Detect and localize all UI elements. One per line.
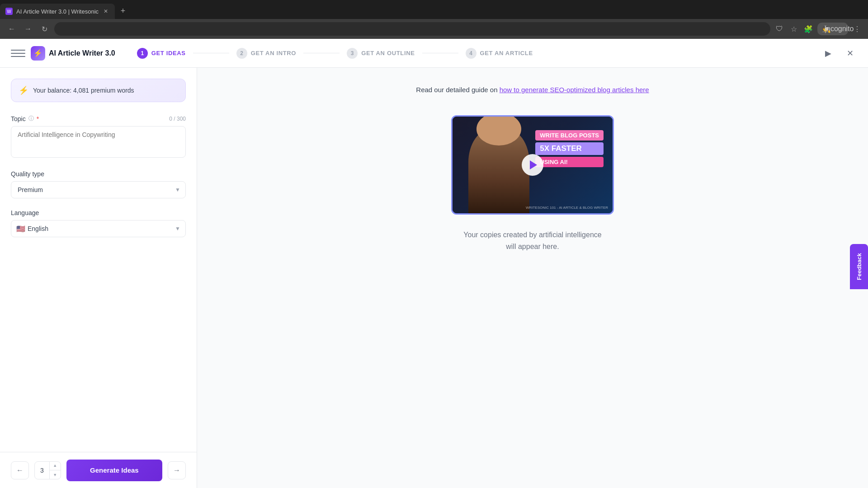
step-3-label: GET AN OUTLINE	[361, 50, 415, 56]
app-header: ⚡ AI Article Writer 3.0 1 GET IDEAS 2	[0, 39, 868, 68]
step-3[interactable]: 3 GET AN OUTLINE	[340, 48, 422, 59]
step-1-number: 1	[137, 48, 148, 59]
active-tab[interactable]: W AI Article Writer 3.0 | Writesonic ✕	[0, 4, 115, 19]
video-text-line3: USING AI!	[535, 157, 604, 167]
language-label-row: Language	[11, 209, 186, 216]
step-divider-3	[422, 53, 458, 53]
step-divider-1	[193, 53, 229, 53]
quality-label-row: Quality type	[11, 170, 186, 178]
feedback-tab[interactable]: Feedback	[850, 244, 868, 289]
app-wrapper: ⚡ AI Article Writer 3.0 1 GET IDEAS 2	[0, 39, 868, 488]
incognito-label: Incognito	[834, 23, 844, 34]
guide-link[interactable]: how to generate SEO-optimized blog artic…	[500, 86, 649, 94]
balance-icon: ⚡	[19, 85, 28, 95]
language-select[interactable]: English Spanish French German	[11, 220, 186, 237]
step-divider-2	[303, 53, 340, 53]
step-4[interactable]: 4 GET AN ARTICLE	[458, 48, 540, 59]
shield-icon: 🛡	[774, 23, 785, 34]
forward-button[interactable]: →	[22, 23, 34, 35]
copies-text: Your copies created by artificial intell…	[463, 229, 601, 252]
quality-label: Quality type	[11, 170, 44, 178]
topic-required: *	[37, 115, 39, 122]
page-number-value: 3	[35, 467, 49, 474]
video-text-overlay: WRITE BLOG POSTS 5X FASTER USING AI!	[535, 130, 604, 167]
prev-arrow-button[interactable]: ←	[11, 461, 29, 479]
page-decrement-btn[interactable]: ▼	[50, 470, 61, 479]
step-1[interactable]: 1 GET IDEAS	[130, 48, 193, 59]
bookmark-icon[interactable]: ☆	[788, 23, 799, 34]
video-container[interactable]: WRITE BLOG POSTS 5X FASTER USING AI! WRI…	[451, 115, 614, 215]
tab-title: AI Article Writer 3.0 | Writesonic	[16, 8, 99, 15]
tab-close-btn[interactable]: ✕	[102, 8, 109, 15]
quality-form-group: Quality type Premium Good Average ▼	[11, 170, 186, 198]
step-4-number: 4	[466, 48, 476, 59]
step-3-number: 3	[347, 48, 358, 59]
video-text-line2: 5X FASTER	[535, 142, 604, 155]
step-2[interactable]: 2 GET AN INTRO	[229, 48, 303, 59]
play-icon-btn[interactable]: ▶	[821, 46, 835, 61]
video-watermark: WRITESONIC 101 - AI ARTICLE & BLOG WRITE…	[526, 206, 608, 210]
browser-toolbar: ← → ↻ app.writesonic.com/template/4af66c…	[0, 19, 868, 39]
tab-favicon: W	[5, 8, 13, 15]
extension-icon[interactable]: 🧩	[803, 23, 814, 34]
topic-label: Topic	[11, 115, 26, 122]
page-increment-btn[interactable]: ▲	[50, 461, 61, 470]
language-select-wrapper: 🇺🇸 English Spanish French German ▼	[11, 220, 186, 237]
header-actions: ▶ ✕	[821, 46, 857, 61]
close-icon-btn[interactable]: ✕	[843, 46, 857, 61]
back-button[interactable]: ←	[5, 23, 18, 35]
language-form-group: Language 🇺🇸 English Spanish French Germa…	[11, 209, 186, 237]
step-4-label: GET AN ARTICLE	[480, 50, 533, 56]
topic-info-icon: ⓘ	[28, 115, 34, 122]
address-bar[interactable]: app.writesonic.com/template/4af66c88-34c…	[54, 22, 770, 36]
topic-input[interactable]	[11, 126, 186, 158]
quality-select[interactable]: Premium Good Average	[11, 181, 186, 198]
guide-text: Read our detailed guide on how to genera…	[416, 86, 649, 94]
topic-counter: 0 / 300	[169, 116, 186, 122]
topic-form-group: Topic ⓘ * 0 / 300	[11, 115, 186, 160]
language-label: Language	[11, 209, 39, 216]
browser-window: W AI Article Writer 3.0 | Writesonic ✕ +…	[0, 0, 868, 488]
app-logo-icon: ⚡	[31, 46, 45, 61]
language-flag: 🇺🇸	[16, 225, 25, 233]
video-text-line1: WRITE BLOG POSTS	[535, 130, 604, 141]
balance-text: Your balance: 4,081 premium words	[33, 87, 134, 94]
step-2-label: GET AN INTRO	[251, 50, 296, 56]
balance-card: ⚡ Your balance: 4,081 premium words	[11, 79, 186, 102]
browser-action-icons: 🛡 ☆ 🧩 🕵 Incognito ⋮	[774, 23, 863, 35]
right-panel: Read our detailed guide on how to genera…	[197, 68, 868, 488]
page-number-stepper[interactable]: 3 ▲ ▼	[34, 461, 61, 479]
lightning-icon: ⚡	[33, 49, 42, 57]
menu-icon[interactable]: ⋮	[852, 23, 863, 34]
step-1-label: GET IDEAS	[151, 50, 186, 56]
reload-button[interactable]: ↻	[38, 23, 51, 35]
feedback-label: Feedback	[856, 253, 863, 280]
app-title: AI Article Writer 3.0	[49, 49, 115, 57]
new-tab-button[interactable]: +	[117, 5, 129, 17]
page-number-arrows: ▲ ▼	[49, 461, 61, 479]
browser-tab-bar: W AI Article Writer 3.0 | Writesonic ✕ +	[0, 0, 868, 19]
step-2-number: 2	[236, 48, 247, 59]
bottom-bar: ← 3 ▲ ▼ Generate Ideas →	[0, 452, 197, 488]
video-play-button[interactable]	[522, 154, 543, 176]
topic-label-row: Topic ⓘ * 0 / 300	[11, 115, 186, 122]
hamburger-button[interactable]	[11, 46, 25, 61]
quality-select-wrapper: Premium Good Average ▼	[11, 181, 186, 198]
next-arrow-button[interactable]: →	[168, 461, 186, 479]
generate-ideas-button[interactable]: Generate Ideas	[66, 460, 162, 481]
app-logo: ⚡ AI Article Writer 3.0	[31, 46, 115, 61]
video-background: WRITE BLOG POSTS 5X FASTER USING AI! WRI…	[453, 117, 613, 213]
step-navigation: 1 GET IDEAS 2 GET AN INTRO 3	[130, 48, 821, 59]
incognito-badge: 🕵 Incognito	[817, 23, 848, 35]
left-panel: ⚡ Your balance: 4,081 premium words Topi…	[0, 68, 197, 488]
main-content: ⚡ Your balance: 4,081 premium words Topi…	[0, 68, 868, 488]
